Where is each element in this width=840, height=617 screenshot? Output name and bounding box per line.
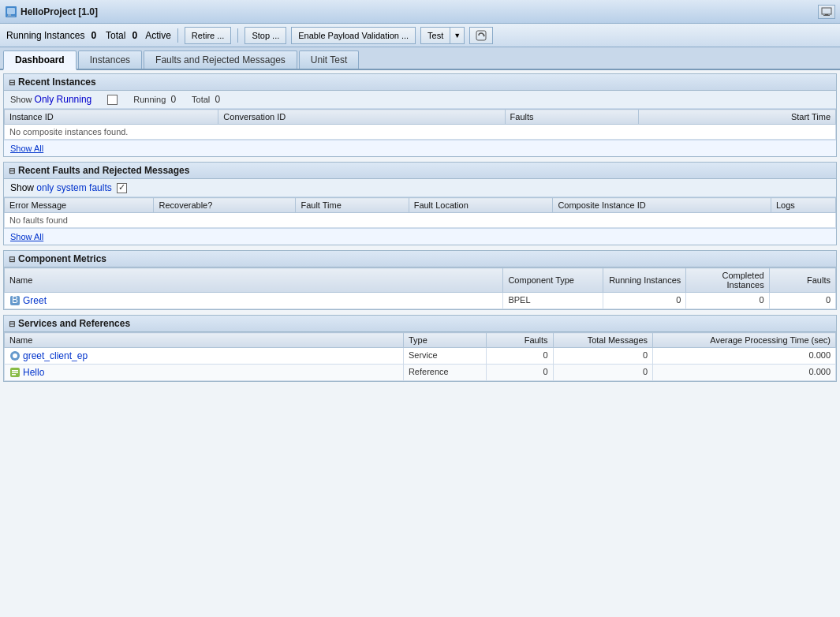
svg-rect-14 <box>12 370 18 372</box>
tab-faults[interactable]: Faults and Rejected Messages <box>144 50 297 69</box>
svg-rect-4 <box>822 8 831 14</box>
faults-content: Error Message Recoverable? Fault Time Fa… <box>4 197 836 228</box>
window-title: HelloProject [1.0] <box>21 6 818 17</box>
greet-link-text: Greet <box>23 295 47 306</box>
no-faults-message: No faults found <box>5 213 836 228</box>
main-toolbar: Running Instances 0 Total 0 Active Retir… <box>0 24 840 47</box>
reference-row-faults: 0 <box>487 365 553 381</box>
title-bar: HelloProject [1.0] <box>0 0 840 24</box>
collapse-faults-icon[interactable]: ⊟ <box>9 166 15 175</box>
active-label: Active <box>145 30 171 41</box>
collapse-instances-icon[interactable]: ⊟ <box>9 78 15 87</box>
col-metrics-type: Component Type <box>503 268 603 293</box>
separator-1 <box>177 28 178 43</box>
component-metrics-content: Name Component Type Running Instances Co… <box>4 267 836 309</box>
service-name-text: greet_client_ep <box>23 350 88 361</box>
recent-faults-header: ⊟ Recent Faults and Rejected Messages <box>4 163 836 179</box>
col-fault-time: Fault Time <box>296 198 409 213</box>
enable-payload-button[interactable]: Enable Payload Validation ... <box>291 27 416 44</box>
total-count: 0 <box>132 30 137 41</box>
show-system-faults-label: Show only system faults <box>10 182 112 193</box>
faults-toolbar: Show only system faults <box>4 179 836 197</box>
col-metrics-running: Running Instances <box>603 268 685 293</box>
retire-button[interactable]: Retire ... <box>185 27 232 44</box>
main-content: ⊟ Recent Instances Show Only Running Run… <box>0 70 840 617</box>
tab-dashboard[interactable]: Dashboard <box>3 50 77 70</box>
col-services-avg: Average Processing Time (sec) <box>653 333 836 348</box>
recent-instances-content: Show Only Running Running 0 Total 0 Inst… <box>4 91 836 140</box>
tab-bar: Dashboard Instances Faults and Rejected … <box>0 47 840 70</box>
app-icon <box>5 6 17 18</box>
metrics-row-name: B Greet <box>5 293 503 309</box>
svg-rect-15 <box>12 372 18 374</box>
collapse-metrics-icon[interactable]: ⊟ <box>9 255 15 264</box>
col-services-type: Type <box>403 333 486 348</box>
component-metrics-header: ⊟ Component Metrics <box>4 251 836 267</box>
service-row-type: Service <box>403 348 486 365</box>
table-row: greet_client_ep Service 0 0 0.000 <box>5 348 836 365</box>
svg-marker-8 <box>483 34 485 37</box>
service-row-faults: 0 <box>487 348 553 365</box>
reference-row-name: Hello <box>5 365 404 381</box>
greet-client-ep-link[interactable]: greet_client_ep <box>9 350 398 361</box>
total-label: Total <box>106 30 125 41</box>
col-services-faults: Faults <box>487 333 553 348</box>
services-references-section: ⊟ Services and References Name Type Faul… <box>3 315 837 382</box>
monitor-button[interactable] <box>818 5 835 19</box>
running-count: 0 <box>170 94 176 105</box>
greet-link[interactable]: B Greet <box>9 295 498 306</box>
recent-instances-header: ⊟ Recent Instances <box>4 74 836 91</box>
svg-rect-1 <box>7 8 15 14</box>
show-only-running-checkbox[interactable] <box>107 95 118 105</box>
table-row: B Greet BPEL 0 0 0 <box>5 293 836 309</box>
col-start-time: Start Time <box>639 110 836 125</box>
services-references-content: Name Type Faults Total Messages Average … <box>4 332 836 381</box>
running-instances-label: Running Instances <box>6 30 84 41</box>
faults-show-all[interactable]: Show All <box>4 228 836 245</box>
test-button-group: Test ▼ <box>420 27 465 44</box>
col-services-name: Name <box>5 333 404 348</box>
component-metrics-section: ⊟ Component Metrics Name Component Type … <box>3 250 837 310</box>
refresh-button[interactable] <box>469 27 493 44</box>
stop-button[interactable]: Stop ... <box>245 27 286 44</box>
instances-show-all[interactable]: Show All <box>4 140 836 156</box>
reference-row-total: 0 <box>553 365 652 381</box>
instances-table: Instance ID Conversation ID Faults Start… <box>4 109 836 140</box>
tab-unittest[interactable]: Unit Test <box>299 50 359 69</box>
svg-rect-6 <box>823 15 830 16</box>
svg-point-12 <box>13 353 17 358</box>
recent-faults-section: ⊟ Recent Faults and Rejected Messages Sh… <box>3 162 837 245</box>
only-running-highlight: Only Running <box>35 94 92 105</box>
service-row-avg: 0.000 <box>653 348 836 365</box>
test-button[interactable]: Test <box>420 27 450 44</box>
show-system-faults-checkbox[interactable] <box>117 183 127 193</box>
col-metrics-name: Name <box>5 268 503 293</box>
tab-instances[interactable]: Instances <box>78 50 142 69</box>
component-metrics-title: Component Metrics <box>18 253 106 264</box>
services-references-header: ⊟ Services and References <box>4 316 836 332</box>
collapse-services-icon[interactable]: ⊟ <box>9 320 15 328</box>
metrics-table: Name Component Type Running Instances Co… <box>4 267 836 309</box>
test-dropdown-arrow[interactable]: ▼ <box>450 27 465 44</box>
metrics-row-running: 0 <box>603 293 685 309</box>
show-only-running-label: Show Only Running <box>10 94 91 105</box>
col-conversation-id: Conversation ID <box>218 110 505 125</box>
reference-row-avg: 0.000 <box>653 365 836 381</box>
svg-rect-5 <box>825 14 828 15</box>
window-controls <box>818 5 835 19</box>
col-fault-location: Fault Location <box>409 198 553 213</box>
recent-instances-section: ⊟ Recent Instances Show Only Running Run… <box>3 73 837 157</box>
bpel-icon: B <box>9 295 21 306</box>
col-composite-instance-id: Composite Instance ID <box>553 198 771 213</box>
metrics-row-completed: 0 <box>686 293 769 309</box>
svg-rect-16 <box>12 374 16 376</box>
no-instances-row: No composite instances found. <box>5 125 836 140</box>
col-logs: Logs <box>771 198 835 213</box>
svg-text:B: B <box>12 295 18 305</box>
metrics-row-type: BPEL <box>503 293 603 309</box>
reference-row-type: Reference <box>403 365 486 381</box>
col-metrics-completed: Completed Instances <box>686 268 769 293</box>
col-services-total: Total Messages <box>553 333 652 348</box>
service-icon <box>9 350 21 361</box>
hello-link[interactable]: Hello <box>9 367 398 378</box>
